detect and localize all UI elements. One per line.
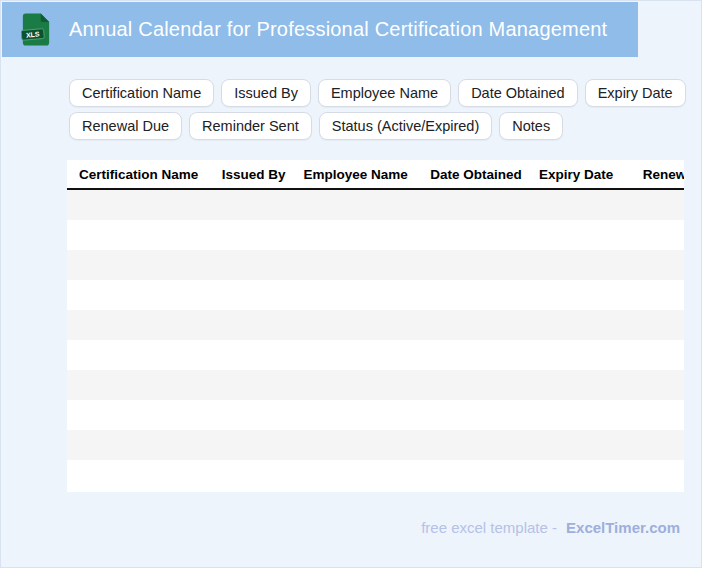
field-pill[interactable]: Expiry Date xyxy=(585,79,686,107)
field-pill-list: Certification Name Issued By Employee Na… xyxy=(69,79,669,145)
footer-brand-link[interactable]: ExcelTimer.com xyxy=(566,519,680,536)
column-header: Renewal xyxy=(643,160,684,190)
column-header: Expiry Date xyxy=(539,160,639,190)
table-row[interactable] xyxy=(67,280,684,310)
field-pill[interactable]: Reminder Sent xyxy=(189,112,312,140)
table-row[interactable] xyxy=(67,190,684,220)
footer-label: free excel template - xyxy=(421,519,557,536)
field-pill[interactable]: Date Obtained xyxy=(458,79,578,107)
column-header: Date Obtained xyxy=(430,160,535,190)
field-pill[interactable]: Issued By xyxy=(221,79,311,107)
field-pill[interactable]: Renewal Due xyxy=(69,112,182,140)
table-row[interactable] xyxy=(67,400,684,430)
table-header-row: Certification Name Issued By Employee Na… xyxy=(67,160,684,190)
column-header: Certification Name xyxy=(79,160,218,190)
column-header: Issued By xyxy=(222,160,300,190)
table-row[interactable] xyxy=(67,250,684,280)
table-row[interactable] xyxy=(67,370,684,400)
footer: free excel template - ExcelTimer.com xyxy=(421,519,680,536)
field-pill-row-1: Certification Name Issued By Employee Na… xyxy=(69,79,669,107)
certification-table: Certification Name Issued By Employee Na… xyxy=(67,160,684,492)
field-pill[interactable]: Status (Active/Expired) xyxy=(319,112,492,140)
table-row[interactable] xyxy=(67,220,684,250)
table-row[interactable] xyxy=(67,460,684,490)
table-row[interactable] xyxy=(67,310,684,340)
header-bar: XLS Annual Calendar for Professional Cer… xyxy=(2,2,638,57)
xls-file-icon: XLS xyxy=(21,12,51,47)
field-pill[interactable]: Certification Name xyxy=(69,79,214,107)
field-pill-row-2: Renewal Due Reminder Sent Status (Active… xyxy=(69,112,669,140)
xls-icon-label: XLS xyxy=(26,30,41,38)
template-preview-card: XLS Annual Calendar for Professional Cer… xyxy=(0,0,702,568)
table-row[interactable] xyxy=(67,340,684,370)
field-pill[interactable]: Notes xyxy=(499,112,563,140)
table-body xyxy=(67,190,684,490)
table-row[interactable] xyxy=(67,430,684,460)
field-pill[interactable]: Employee Name xyxy=(318,79,451,107)
column-header: Employee Name xyxy=(304,160,427,190)
page-title: Annual Calendar for Professional Certifi… xyxy=(69,2,607,57)
